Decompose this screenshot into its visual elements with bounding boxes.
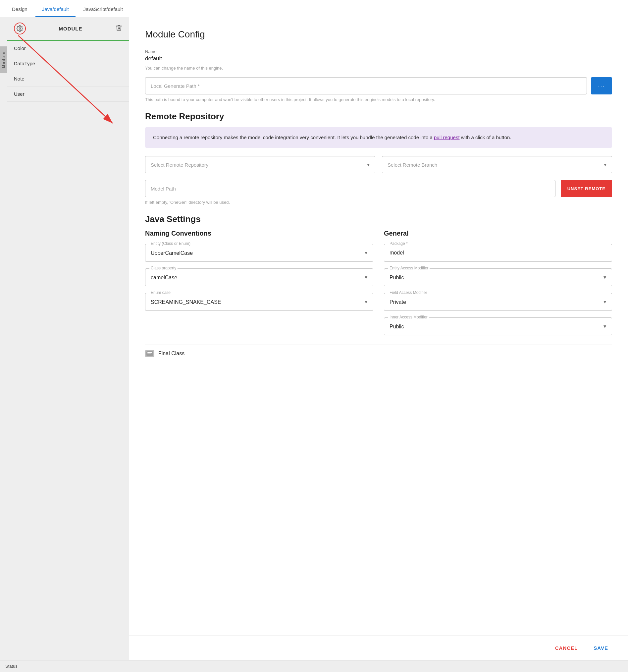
sidebar-item-datatype[interactable]: DataType xyxy=(7,56,129,71)
sidebar-item-note[interactable]: Note xyxy=(7,71,129,87)
tab-java-default[interactable]: Java/default xyxy=(35,2,76,17)
sidebar-header: MODULE xyxy=(7,17,129,41)
red-arrow-overlay xyxy=(0,17,129,660)
package-label: Package * xyxy=(388,241,409,246)
entity-access-select[interactable]: Public Private Protected xyxy=(384,269,612,286)
java-settings-grid: Naming Conventions Entity (Class or Enum… xyxy=(145,230,612,342)
entity-select[interactable]: UpperCamelCase camelCase SCREAMING_SNAKE… xyxy=(145,244,373,261)
cancel-button[interactable]: CANCEL xyxy=(551,643,582,653)
local-path-row: ··· xyxy=(145,77,612,94)
svg-rect-5 xyxy=(147,354,151,354)
inner-access-select-group: Inner Access Modifier Public Private Pro… xyxy=(384,317,612,335)
enum-case-label: Enum case xyxy=(149,290,172,295)
enum-case-select[interactable]: SCREAMING_SNAKE_CASE camelCase UpperCame… xyxy=(145,293,373,311)
local-path-hint: This path is bound to your computer and … xyxy=(145,97,612,102)
top-tab-bar: Design Java/default JavaScript/default xyxy=(0,0,628,17)
entity-access-label: Entity Access Modifier xyxy=(388,266,430,270)
class-property-select-group: Class property camelCase UpperCamelCase … xyxy=(145,268,373,286)
sidebar-item-list: Color DataType Note User xyxy=(7,41,129,102)
unset-remote-button[interactable]: UNSET REMOTE xyxy=(561,180,612,197)
modal-footer: CANCEL SAVE xyxy=(129,635,628,660)
model-path-input[interactable] xyxy=(145,180,555,197)
name-label: Name xyxy=(145,49,612,54)
info-box: Connecting a remote repository makes the… xyxy=(145,127,612,148)
gear-icon[interactable] xyxy=(14,23,26,34)
final-class-icon xyxy=(145,350,154,357)
modal-content: Module Config Name default You can chang… xyxy=(129,17,628,635)
naming-conventions-col: Naming Conventions Entity (Class or Enum… xyxy=(145,230,373,342)
modal-title: Module Config xyxy=(145,29,612,40)
svg-point-0 xyxy=(19,28,21,29)
class-property-label: Class property xyxy=(149,266,178,270)
naming-conventions-title: Naming Conventions xyxy=(145,230,373,237)
inner-access-label: Inner Access Modifier xyxy=(388,315,429,319)
remote-section-title: Remote Repository xyxy=(145,111,612,122)
inner-access-select[interactable]: Public Private Protected xyxy=(384,318,612,335)
select-branch-wrapper: Select Remote Branch ▼ xyxy=(382,156,612,173)
name-value: default xyxy=(145,55,612,64)
info-box-text-before: Connecting a remote repository makes the… xyxy=(153,135,434,140)
svg-rect-4 xyxy=(147,352,152,353)
general-title: General xyxy=(384,230,612,237)
name-hint: You can change the name of this engine. xyxy=(145,66,612,71)
browse-button[interactable]: ··· xyxy=(591,77,612,94)
model-path-row: UNSET REMOTE xyxy=(145,180,612,197)
local-path-input[interactable] xyxy=(145,77,587,94)
name-field-group: Name default You can change the name of … xyxy=(145,49,612,71)
package-input[interactable] xyxy=(384,244,612,261)
info-box-text-after: with a click of a button. xyxy=(460,135,511,140)
entity-access-select-group: Entity Access Modifier Public Private Pr… xyxy=(384,268,612,286)
sidebar-item-color[interactable]: Color xyxy=(7,41,129,56)
field-access-select[interactable]: Private Public Protected xyxy=(384,293,612,311)
selects-row: Select Remote Repository ▼ Select Remote… xyxy=(145,156,612,173)
status-bar: Status xyxy=(0,660,628,672)
select-remote-branch[interactable]: Select Remote Branch xyxy=(382,156,612,173)
module-vertical-label: Module xyxy=(0,46,7,73)
package-input-group: Package * xyxy=(384,244,612,262)
field-access-label: Field Access Modifier xyxy=(388,290,428,295)
final-class-label: Final Class xyxy=(158,351,184,357)
sidebar-module-title: MODULE xyxy=(59,26,82,31)
tab-design[interactable]: Design xyxy=(5,2,34,17)
enum-case-select-group: Enum case SCREAMING_SNAKE_CASE camelCase… xyxy=(145,293,373,311)
field-access-select-group: Field Access Modifier Private Public Pro… xyxy=(384,293,612,311)
modal-panel: Module Config Name default You can chang… xyxy=(129,17,628,660)
select-remote-repository[interactable]: Select Remote Repository xyxy=(145,156,375,173)
entity-label: Entity (Class or Enum) xyxy=(149,241,192,246)
save-button[interactable]: SAVE xyxy=(589,643,612,653)
entity-select-group: Entity (Class or Enum) UpperCamelCase ca… xyxy=(145,244,373,262)
main-layout: Module MODULE xyxy=(0,17,628,660)
java-section-title: Java Settings xyxy=(145,214,612,224)
status-label: Status xyxy=(5,664,18,669)
general-col: General Package * Entity Access Modifier… xyxy=(384,230,612,342)
class-property-select[interactable]: camelCase UpperCamelCase SCREAMING_SNAKE… xyxy=(145,269,373,286)
model-path-hint: If left empty, 'OneGen' directory will b… xyxy=(145,200,612,205)
sidebar-item-user[interactable]: User xyxy=(7,87,129,102)
tab-javascript-default[interactable]: JavaScript/default xyxy=(77,2,129,17)
final-class-row: Final Class xyxy=(145,344,612,360)
pull-request-link[interactable]: pull request xyxy=(434,135,460,140)
sidebar: Module MODULE xyxy=(0,17,129,660)
select-repo-wrapper: Select Remote Repository ▼ xyxy=(145,156,375,173)
delete-icon[interactable] xyxy=(115,24,123,33)
